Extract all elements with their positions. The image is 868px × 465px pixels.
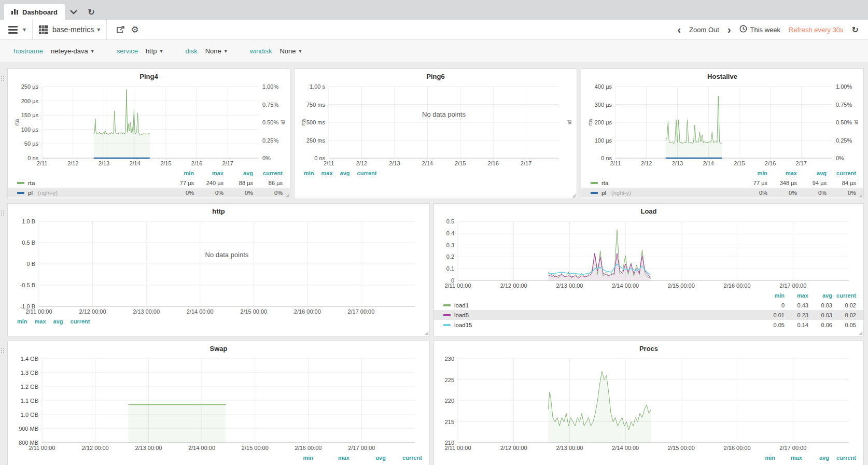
panel-ping6: Ping6 2/112/122/132/142/152/162/171.00 s… <box>294 68 577 199</box>
variable-windisk-dropdown[interactable]: None ▾ <box>279 47 301 55</box>
legend-header-max[interactable]: max <box>194 170 223 176</box>
panel-title[interactable]: Ping6 <box>300 71 571 82</box>
variable-service-dropdown[interactable]: http ▾ <box>146 47 163 55</box>
legend-header-avg[interactable]: avg <box>349 455 386 461</box>
legend-header-current[interactable]: current <box>253 170 283 176</box>
legend-header-min[interactable]: min <box>277 455 313 461</box>
series-swatch-icon <box>591 182 598 184</box>
legend-header-current[interactable]: current <box>832 292 856 299</box>
svg-text:225: 225 <box>445 377 454 383</box>
legend-stat-max: 240 µs <box>194 180 223 186</box>
chart-canvas[interactable]: 2/112/122/132/142/152/162/17400 µs300 µs… <box>586 82 858 167</box>
svg-text:2/17: 2/17 <box>222 160 233 166</box>
legend-header-min[interactable]: min <box>304 170 314 176</box>
series-name[interactable]: load15 <box>454 322 472 328</box>
panel-resize-handle[interactable] <box>859 194 862 198</box>
legend-header-avg[interactable]: avg <box>340 170 350 176</box>
time-shift-forward-icon[interactable]: › <box>727 24 731 35</box>
share-icon[interactable] <box>113 22 128 37</box>
menu-caret-icon[interactable]: ▾ <box>23 26 26 33</box>
series-name[interactable]: pl <box>601 190 606 196</box>
legend-header-avg[interactable]: avg <box>53 318 63 325</box>
panel-title[interactable]: Load <box>439 206 858 217</box>
chart-canvas[interactable]: 2/11 00:002/12 00:002/13 00:002/14 00:00… <box>439 355 858 452</box>
settings-gear-icon[interactable]: ⚙ <box>128 22 142 37</box>
menu-icon[interactable] <box>8 26 18 34</box>
legend-stat-current: 0.02 <box>832 312 856 318</box>
time-shift-back-icon[interactable]: ‹ <box>677 24 681 35</box>
row-drag-handle[interactable] <box>1 76 4 81</box>
legend-header-max[interactable]: max <box>775 455 802 461</box>
dashboard-picker-dropdown[interactable]: base-metrics ▾ <box>52 25 100 34</box>
panel-title[interactable]: Hostalive <box>586 71 858 82</box>
legend-header-min[interactable]: min <box>748 455 775 461</box>
legend-header-current[interactable]: current <box>829 455 856 461</box>
legend-header-max[interactable]: max <box>313 455 349 461</box>
svg-text:0 B: 0 B <box>26 261 35 267</box>
legend-header-avg[interactable]: avg <box>802 455 829 461</box>
panel-title[interactable]: Swap <box>13 343 424 355</box>
panel-title[interactable]: http <box>13 206 424 217</box>
legend-header-current[interactable]: current <box>827 170 856 176</box>
chart-canvas[interactable]: 2/11 00:002/12 00:002/13 00:002/14 00:00… <box>13 217 424 316</box>
svg-text:2/17 00:00: 2/17 00:00 <box>347 308 374 315</box>
tab-dashboard[interactable]: Dashboard <box>4 4 65 20</box>
panel-resize-handle[interactable] <box>425 331 428 335</box>
series-name[interactable]: pl <box>28 190 33 196</box>
svg-text:400 µs: 400 µs <box>595 83 612 90</box>
chart-canvas[interactable]: 2/11 00:002/12 00:002/13 00:002/14 00:00… <box>439 217 858 290</box>
tab-refresh-icon[interactable]: ↻ <box>82 4 100 20</box>
legend-header-current[interactable]: current <box>357 170 377 176</box>
legend-stat-avg: 0.03 <box>808 302 832 308</box>
legend-header-max[interactable]: max <box>35 318 46 325</box>
legend-header-min[interactable]: min <box>17 318 27 325</box>
panel-ping4: Ping4 2/112/122/132/142/152/162/17250 µs… <box>7 68 290 199</box>
panel-resize-handle[interactable] <box>572 194 576 198</box>
panel-title[interactable]: Ping4 <box>13 71 285 82</box>
legend-header-max[interactable]: max <box>321 170 333 176</box>
legend-header-avg[interactable]: avg <box>808 292 832 299</box>
panel-resize-handle[interactable] <box>285 194 289 198</box>
legend-header-min[interactable]: min <box>761 292 785 299</box>
refresh-icon[interactable]: ↻ <box>852 25 859 35</box>
series-name[interactable]: rta <box>28 180 35 186</box>
legend-header-min[interactable]: min <box>164 170 194 176</box>
series-name[interactable]: load5 <box>454 312 469 318</box>
legend-header-avg[interactable]: avg <box>223 170 253 176</box>
dashboard-grid-icon[interactable] <box>39 25 48 34</box>
panel-resize-handle[interactable] <box>859 331 862 335</box>
chart-canvas[interactable]: 2/11 00:002/12 00:002/13 00:002/14 00:00… <box>13 355 424 452</box>
row-drag-handle[interactable] <box>1 348 4 353</box>
zoom-out-button[interactable]: Zoom Out <box>689 26 719 34</box>
series-name[interactable]: rta <box>601 180 608 186</box>
legend-header-avg[interactable]: avg <box>797 170 827 176</box>
chart-canvas[interactable]: 2/112/122/132/142/152/162/17250 µs200 µs… <box>13 82 285 167</box>
svg-text:2/12 00:00: 2/12 00:00 <box>79 308 106 315</box>
variable-disk-dropdown[interactable]: None ▾ <box>205 47 227 55</box>
svg-text:2/16: 2/16 <box>765 160 776 166</box>
time-range-picker[interactable]: This week <box>739 25 781 34</box>
legend-header-max[interactable]: max <box>785 292 808 299</box>
svg-text:No data points: No data points <box>422 110 466 118</box>
svg-text:2/12: 2/12 <box>356 160 367 166</box>
tabs-chevron-down-icon[interactable] <box>65 4 82 20</box>
legend-header-current[interactable]: current <box>71 318 90 325</box>
svg-text:0 ns: 0 ns <box>601 155 612 161</box>
series-name[interactable]: load1 <box>454 302 469 308</box>
caret-down-icon: ▾ <box>160 48 163 54</box>
panel-title[interactable]: Procs <box>439 343 858 355</box>
legend-row-load1: load100.430.030.02 <box>434 300 863 310</box>
legend-header-current[interactable]: current <box>386 455 422 461</box>
legend-header-min[interactable]: min <box>738 170 767 176</box>
svg-text:rta: rta <box>300 119 306 126</box>
panel-procs: Procs 2/11 00:002/12 00:002/13 00:002/14… <box>433 341 864 465</box>
variable-hostname-dropdown[interactable]: neteye-dava ▾ <box>51 47 94 55</box>
legend-stat-current: 0% <box>253 190 283 196</box>
series-swatch-icon <box>443 304 451 306</box>
svg-text:200 µs: 200 µs <box>595 119 612 125</box>
chart-canvas[interactable]: 2/112/122/132/142/152/162/171.00 s750 ms… <box>300 82 571 167</box>
row-drag-handle[interactable] <box>1 210 4 216</box>
legend-header-max[interactable]: max <box>767 170 797 176</box>
refresh-interval-button[interactable]: Refresh every 30s <box>789 26 844 34</box>
legend-row-procs: procs214227216218 <box>434 462 863 465</box>
